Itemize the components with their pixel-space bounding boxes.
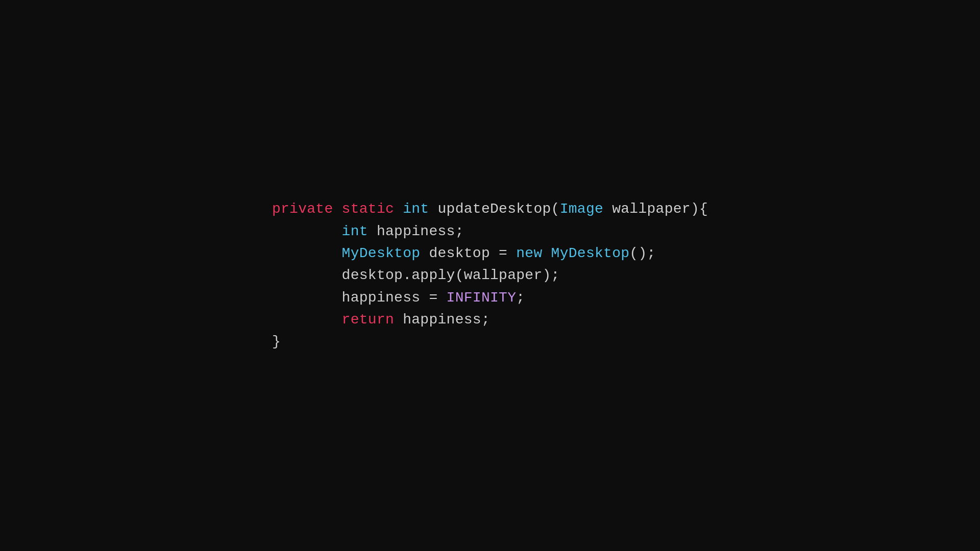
keyword-return: return (342, 309, 395, 331)
indent-line6 (272, 309, 342, 331)
code-line-7: } (272, 331, 708, 353)
indent-line2 (272, 220, 342, 242)
code-line-6: return happiness; (272, 309, 708, 331)
space-2 (394, 198, 403, 220)
code-line-3: MyDesktop desktop = new MyDesktop (); (272, 242, 708, 264)
code-line-2: int happiness; (272, 220, 708, 242)
type-mydesktop-1: MyDesktop (342, 242, 421, 264)
closing-brace: } (272, 331, 281, 353)
type-mydesktop-2: MyDesktop (551, 242, 630, 264)
keyword-static: static (342, 198, 395, 220)
space-3 (429, 198, 437, 220)
code-display: private static int updateDesktop( Image … (272, 198, 708, 353)
keyword-private: private (272, 198, 333, 220)
method-name: updateDesktop( (438, 198, 560, 220)
semicolon-5: ; (516, 287, 525, 309)
indent-line4 (272, 264, 342, 286)
space-new (542, 242, 551, 264)
method-params-close: wallpaper){ (603, 198, 708, 220)
var-desktop-assign: desktop = (420, 242, 516, 264)
keyword-new: new (516, 242, 542, 264)
keyword-int: int (342, 220, 368, 242)
code-line-4: desktop.apply(wallpaper); (272, 264, 708, 286)
constant-infinity: INFINITY (447, 287, 517, 309)
code-line-5: happiness = INFINITY ; (272, 287, 708, 309)
var-happiness-decl: happiness; (368, 220, 464, 242)
happiness-assign: happiness = (342, 287, 447, 309)
keyword-int-return-type: int (403, 198, 429, 220)
apply-call: desktop.apply(wallpaper); (342, 264, 560, 286)
indent-line5 (272, 287, 342, 309)
space-1 (333, 198, 341, 220)
type-image: Image (560, 198, 603, 220)
constructor-call: (); (629, 242, 655, 264)
return-value: happiness; (394, 309, 490, 331)
indent-line3 (272, 242, 342, 264)
code-line-1: private static int updateDesktop( Image … (272, 198, 708, 220)
